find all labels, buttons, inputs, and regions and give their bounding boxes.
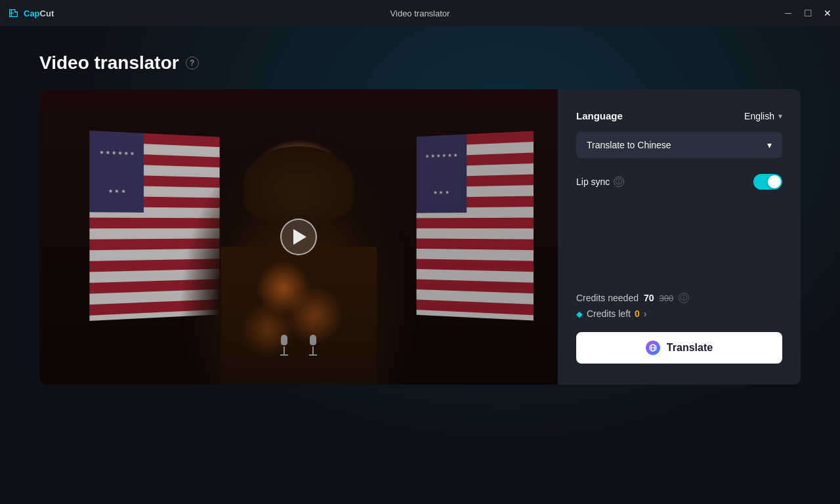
lip-sync-text: Lip sync (576, 177, 610, 187)
capcut-logo-icon (8, 7, 20, 19)
language-value: English (744, 111, 774, 121)
credits-needed-row: Credits needed 70 300 ⓘ (576, 293, 782, 303)
window-controls: ─ ☐ ✕ (784, 9, 832, 18)
translate-to-label: Translate to Chinese (587, 140, 671, 150)
app-logo: CapCapCutCut (8, 7, 54, 19)
language-selector[interactable]: English ▾ (744, 111, 782, 121)
credits-left-arrow-icon[interactable]: › (644, 308, 647, 319)
toggle-knob (768, 175, 781, 188)
page-title-container: Video translator ? (39, 52, 801, 74)
maximize-button[interactable]: ☐ (803, 9, 812, 18)
credits-info-icon[interactable]: ⓘ (679, 293, 689, 303)
flag-canton-left: ★ ★ ★ ★ ★ ★ ★ ★ ★ (89, 130, 144, 212)
translate-button[interactable]: Translate (576, 332, 782, 364)
person-hair (243, 146, 355, 222)
translate-button-icon (646, 341, 660, 355)
title-bar: CapCapCutCut Video translator ─ ☐ ✕ (0, 0, 840, 26)
window-title: Video translator (390, 9, 450, 18)
right-panel: Language English ▾ Translate to Chinese … (558, 89, 801, 385)
language-label: Language (576, 110, 623, 121)
video-panel: ★ ★ ★ ★ ★ ★ ★ ★ ★ ★ ★ ★ ★ ★ ★ ★ ★ ★ (39, 89, 558, 385)
diamond-icon: ◆ (576, 309, 583, 319)
translate-to-dropdown[interactable]: Translate to Chinese ▾ (576, 132, 782, 158)
lip-sync-toggle[interactable] (753, 174, 782, 190)
credits-left-row: ◆ Credits left 0 › (576, 308, 782, 319)
content-area: ★ ★ ★ ★ ★ ★ ★ ★ ★ ★ ★ ★ ★ ★ ★ ★ ★ ★ (39, 89, 801, 385)
credits-left-amount: 0 (635, 308, 640, 319)
microphone-1 (276, 335, 292, 361)
lip-sync-info-icon[interactable]: ⓘ (614, 177, 624, 187)
credits-left-label: Credits left (587, 308, 631, 319)
lip-sync-label: Lip sync ⓘ (576, 177, 624, 187)
spacer (576, 190, 782, 277)
lip-sync-row: Lip sync ⓘ (576, 174, 782, 190)
credits-section: Credits needed 70 300 ⓘ ◆ Credits left 0… (576, 277, 782, 364)
credits-needed-amount: 70 (644, 293, 654, 303)
help-icon[interactable]: ? (186, 56, 199, 70)
translate-dropdown-chevron-icon: ▾ (767, 140, 772, 150)
video-thumbnail: ★ ★ ★ ★ ★ ★ ★ ★ ★ ★ ★ ★ ★ ★ ★ ★ ★ ★ (39, 89, 558, 385)
microphone-2 (305, 335, 321, 361)
play-icon (293, 229, 306, 245)
translate-button-label: Translate (667, 342, 713, 354)
credits-needed-label: Credits needed (576, 293, 639, 303)
minimize-button[interactable]: ─ (784, 9, 793, 18)
language-chevron-icon: ▾ (778, 112, 782, 121)
language-row: Language English ▾ (576, 110, 782, 121)
page-title-text: Video translator (39, 52, 179, 74)
close-button[interactable]: ✕ (823, 9, 832, 18)
play-button[interactable] (280, 219, 317, 255)
microphone-icons (221, 335, 377, 361)
person-outfit (221, 247, 377, 385)
main-content: Video translator ? ★ ★ ★ ★ ★ ★ ★ ★ ★ (0, 26, 840, 411)
app-name: CapCapCutCut (24, 9, 54, 18)
credits-original-amount: 300 (660, 293, 674, 303)
globe-icon (649, 344, 657, 352)
